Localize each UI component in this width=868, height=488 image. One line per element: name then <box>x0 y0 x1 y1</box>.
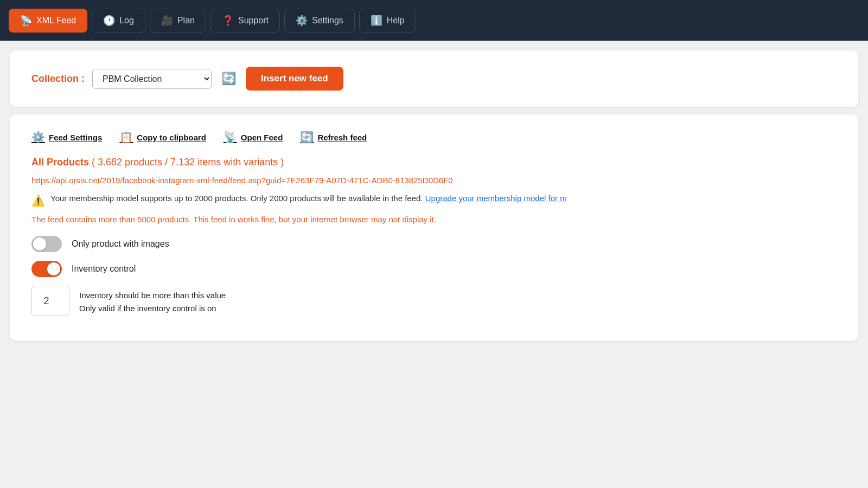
warning-row: ⚠️ Your membership model supports up to … <box>31 194 837 207</box>
collection-refresh-button[interactable]: 🔄 <box>219 69 238 88</box>
open-feed-icon: 📡 <box>224 131 237 144</box>
collection-row: Collection : PBM Collection All Products… <box>31 67 837 91</box>
collection-label: Collection : <box>31 73 85 85</box>
feed-url[interactable]: https://api.orsis.net/2019/facebook-inst… <box>31 176 837 185</box>
history-icon: 🕐 <box>103 15 115 27</box>
toggle-inventory-track[interactable] <box>31 261 62 277</box>
info-icon: ℹ️ <box>371 15 382 27</box>
info-text: The feed contains more than 5000 product… <box>31 215 837 224</box>
clipboard-icon: 📋 <box>119 131 133 144</box>
toggle-images-label: Only product with images <box>72 239 169 249</box>
toggle-inventory-switch[interactable] <box>31 261 62 277</box>
upgrade-link[interactable]: Upgrade your membership model for m <box>425 194 567 203</box>
gear-icon: ⚙️ <box>31 131 45 144</box>
nav-xml-feed[interactable]: 📡 XML Feed <box>9 9 87 33</box>
nav-settings[interactable]: ⚙️ Settings <box>284 9 355 33</box>
inventory-description: Inventory should be more than this value… <box>79 289 226 315</box>
plan-icon: 🎥 <box>161 15 173 27</box>
feed-actions-row: ⚙️ Feed Settings 📋 Copy to clipboard 📡 O… <box>31 131 837 144</box>
insert-new-feed-button[interactable]: Insert new feed <box>246 67 343 91</box>
warning-icon: ⚠️ <box>31 194 45 207</box>
nav-support[interactable]: ❓ Support <box>210 9 280 33</box>
inventory-input-row: Inventory should be more than this value… <box>31 286 837 316</box>
feed-settings-button[interactable]: ⚙️ Feed Settings <box>31 131 102 144</box>
all-products-heading: All Products ( 3.682 products / 7.132 it… <box>31 157 837 168</box>
question-icon: ❓ <box>222 15 234 27</box>
navbar: 📡 XML Feed 🕐 Log 🎥 Plan ❓ Support ⚙️ Set… <box>0 0 868 41</box>
refresh-icon: 🔄 <box>221 72 236 86</box>
feed-card: ⚙️ Feed Settings 📋 Copy to clipboard 📡 O… <box>10 114 858 341</box>
nav-help[interactable]: ℹ️ Help <box>359 9 416 33</box>
toggle-images-switch[interactable] <box>31 236 62 252</box>
nav-log[interactable]: 🕐 Log <box>92 9 145 33</box>
toggle-inventory-row: Inventory control <box>31 261 837 277</box>
open-feed-button[interactable]: 📡 Open Feed <box>224 131 283 144</box>
toggle-images-thumb <box>33 237 46 251</box>
collection-card: Collection : PBM Collection All Products… <box>10 50 858 107</box>
toggle-inventory-label: Inventory control <box>72 264 136 274</box>
refresh-feed-icon: 🔄 <box>300 131 314 144</box>
refresh-feed-button[interactable]: 🔄 Refresh feed <box>300 131 367 144</box>
collection-select[interactable]: PBM Collection All Products Featured Sum… <box>92 69 212 89</box>
toggle-images-track[interactable] <box>31 236 62 252</box>
toggle-images-row: Only product with images <box>31 236 837 252</box>
nav-plan[interactable]: 🎥 Plan <box>150 9 206 33</box>
toggle-inventory-thumb <box>47 262 60 275</box>
copy-to-clipboard-button[interactable]: 📋 Copy to clipboard <box>119 131 206 144</box>
inventory-value-input[interactable] <box>31 286 69 316</box>
gear-icon: ⚙️ <box>296 15 308 27</box>
rss-icon: 📡 <box>20 15 32 27</box>
